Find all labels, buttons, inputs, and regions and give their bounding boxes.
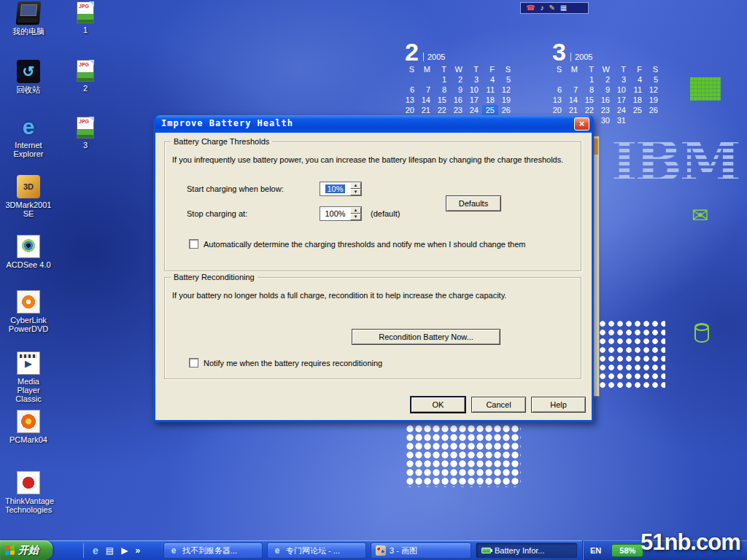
quick-launch-ie-icon[interactable]: e xyxy=(93,545,98,556)
calendar-day: 3 xyxy=(614,74,630,85)
desktop-file-3[interactable]: JPG 3 xyxy=(62,117,109,149)
cylinder-icon xyxy=(694,324,709,343)
auto-determine-checkbox[interactable] xyxy=(189,239,198,249)
dialog-title: Improve Battery Health xyxy=(161,118,293,128)
quick-launch-overflow-chevron[interactable]: » xyxy=(135,545,140,556)
start-threshold-value[interactable]: 10% xyxy=(325,184,344,193)
help-button-label: Help xyxy=(550,400,567,409)
desktop-icon-label: 1 xyxy=(62,26,109,34)
desktop-file-2[interactable]: JPG 2 xyxy=(62,60,109,93)
dialog-body: Battery Charge Thresholds If you infrequ… xyxy=(155,133,592,420)
language-indicator[interactable]: EN xyxy=(590,546,601,555)
auto-determine-checkbox-label: Automatically determine the charging thr… xyxy=(204,240,525,249)
calendar-day: 31 xyxy=(614,115,630,125)
taskbar-task-battery-information[interactable]: Battery Infor... xyxy=(476,542,578,559)
calendar-month-header: 2 2005 xyxy=(405,36,514,63)
windows-logo-icon xyxy=(5,545,15,556)
close-button[interactable]: × xyxy=(574,117,589,131)
battery-level-indicator[interactable]: 58% xyxy=(611,544,643,557)
calendar-day: 13 xyxy=(549,95,565,105)
desktop-icon-label: CyberLink PowerDVD xyxy=(5,316,52,333)
desktop-icon-thinkvantage[interactable]: ThinkVantage Technologies xyxy=(5,471,52,514)
calendar-day-header: S xyxy=(549,64,565,74)
stop-threshold-value[interactable]: 100% xyxy=(325,209,345,218)
calendar-day: 7 xyxy=(418,85,434,95)
group-title: Battery Charge Thresholds xyxy=(171,137,272,146)
jpg-badge: JPG xyxy=(79,119,89,124)
calendar-day: 18 xyxy=(482,95,498,105)
calendar-day-header: S xyxy=(498,64,514,74)
calendar-day xyxy=(630,115,646,125)
taskbar-task-paint[interactable]: 3 - 画图 xyxy=(371,542,471,559)
start-threshold-spinner[interactable]: 10% ▲ ▼ xyxy=(320,182,362,196)
dot-grid-decoration xyxy=(406,424,521,487)
calendar-day: 25 xyxy=(482,105,498,115)
notify-reconditioning-checkbox-label: Notify me when the battery requires reco… xyxy=(204,359,382,368)
desktop-icon-recycle-bin[interactable]: ↺ 回收站 xyxy=(5,60,52,94)
spinner-up-button[interactable]: ▲ xyxy=(350,182,361,189)
spinner-down-button[interactable]: ▼ xyxy=(350,214,361,220)
calendar-day: 13 xyxy=(402,95,418,105)
recondition-button-label: Recondition Battery Now... xyxy=(379,332,473,341)
grid-icon[interactable]: ▦ xyxy=(560,4,567,12)
pencil-icon[interactable]: ✎ xyxy=(549,4,554,12)
calendar-day: 2 xyxy=(597,74,614,85)
desktop-icon-label: 回收站 xyxy=(5,85,52,94)
desktop-icon-powerdvd[interactable]: CyberLink PowerDVD xyxy=(5,290,52,333)
task-label: 专门网论坛 - ... xyxy=(286,545,340,556)
quick-launch-player-icon[interactable]: ▶ xyxy=(121,545,128,556)
calendar-day: 3 xyxy=(466,74,482,85)
phone-icon[interactable]: ☎ xyxy=(526,4,535,12)
desktop-icon-media-player-classic[interactable]: ▶ Media Player Classic xyxy=(5,351,52,403)
desktop-mini-toolbar[interactable]: ☎ ♪ ✎ ▦ xyxy=(520,2,589,14)
calendar-day: 9 xyxy=(597,85,614,95)
desktop-icon-acdsee[interactable]: ACDSee 4.0 xyxy=(5,235,52,269)
calendar-day: 18 xyxy=(630,95,646,105)
calendar-day-header: F xyxy=(482,64,498,74)
taskbar-task-ie-error[interactable]: e 找不到服务器... xyxy=(163,542,263,559)
calendar-day-header: M xyxy=(418,64,434,74)
calendar-day-header: F xyxy=(630,64,646,74)
notify-reconditioning-checkbox[interactable] xyxy=(189,358,198,368)
cancel-button[interactable]: Cancel xyxy=(471,397,526,413)
ok-button[interactable]: OK xyxy=(411,397,465,413)
spinner-down-icon: ▼ xyxy=(354,190,358,194)
desktop-icon-label: ThinkVantage Technologies xyxy=(5,497,52,514)
spinner-up-button[interactable]: ▲ xyxy=(350,207,361,214)
help-button[interactable]: Help xyxy=(531,397,586,413)
music-note-icon[interactable]: ♪ xyxy=(540,4,543,12)
calendar-day: 17 xyxy=(466,95,482,105)
ibm-logo: IBM xyxy=(611,136,739,188)
calendar-day: 4 xyxy=(482,74,498,85)
defaults-button-label: Defaults xyxy=(459,199,488,208)
calendar-march: 3 2005 SMTWTFS 1234567891011121314151617… xyxy=(549,36,662,125)
calendar-day-header: W xyxy=(597,64,614,74)
calendar-day: 20 xyxy=(549,105,565,115)
recycle-bin-icon: ↺ xyxy=(17,60,40,83)
group-title: Battery Reconditioning xyxy=(171,273,258,281)
stop-threshold-spinner[interactable]: 100% ▲ ▼ xyxy=(320,206,362,221)
calendar-day: 24 xyxy=(466,105,482,115)
desktop-icon-3dmark2001[interactable]: 3D 3DMark2001 SE xyxy=(5,175,52,218)
calendar-day: 22 xyxy=(434,105,450,115)
calendar-day: 8 xyxy=(434,85,450,95)
desktop-icon-pcmark04[interactable]: PCMark04 xyxy=(5,410,52,444)
notify-reconditioning-checkbox-row[interactable]: Notify me when the battery requires reco… xyxy=(189,358,382,368)
auto-determine-checkbox-row[interactable]: Automatically determine the charging thr… xyxy=(189,239,525,249)
start-button[interactable]: 开始 xyxy=(0,540,53,560)
calendar-day: 14 xyxy=(565,95,581,105)
taskbar-task-forum[interactable]: e 专门网论坛 - ... xyxy=(267,542,366,559)
spinner-down-button[interactable]: ▼ xyxy=(350,189,361,195)
calendar-day: 21 xyxy=(418,105,434,115)
calendar-month-header: 3 2005 xyxy=(552,36,662,63)
desktop-icon-internet-explorer[interactable]: e Internet Explorer xyxy=(5,115,52,158)
recondition-battery-button[interactable]: Recondition Battery Now... xyxy=(352,329,500,345)
quick-launch-page-icon[interactable]: ▤ xyxy=(106,545,114,556)
calendar-month-number: 2 xyxy=(405,41,419,63)
desktop-icon-my-computer[interactable]: 我的电脑 xyxy=(5,1,52,36)
desktop-file-1[interactable]: JPG 1 xyxy=(62,1,109,34)
dialog-titlebar[interactable]: Improve Battery Health × xyxy=(155,115,592,133)
thresholds-description: If you infrequently use battery power, y… xyxy=(172,155,575,164)
powerdvd-icon xyxy=(17,290,40,314)
defaults-button[interactable]: Defaults xyxy=(446,195,501,211)
